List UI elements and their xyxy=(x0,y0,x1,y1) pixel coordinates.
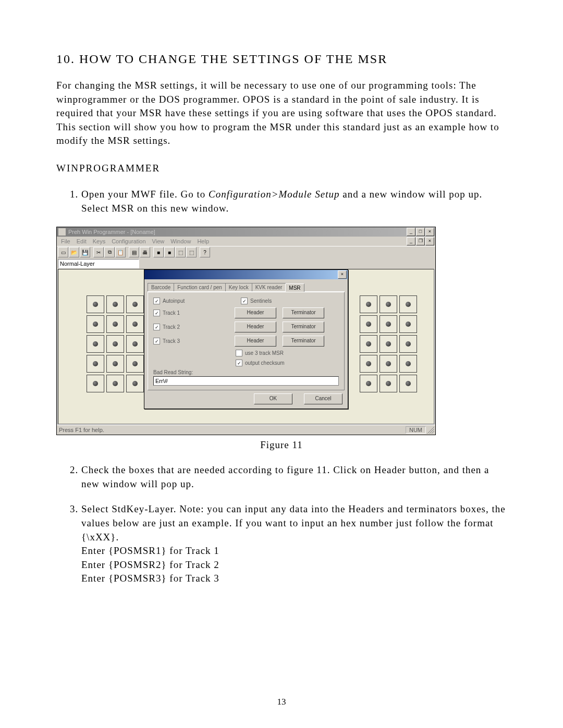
key[interactable] xyxy=(87,295,104,313)
menu-window[interactable]: Window xyxy=(167,238,194,244)
tab-strip: Barcode Function card / pen Key lock KVK… xyxy=(148,281,345,292)
key[interactable] xyxy=(87,335,104,353)
resize-grip-icon[interactable] xyxy=(427,426,434,434)
toolbar-paste-icon[interactable]: 📋 xyxy=(115,247,126,257)
key[interactable] xyxy=(380,295,397,313)
tab-key-lock[interactable]: Key lock xyxy=(225,283,252,291)
key[interactable] xyxy=(126,355,144,373)
track2-header-button[interactable]: Header xyxy=(235,322,276,332)
key[interactable] xyxy=(399,355,417,373)
document-page: 10. HOW TO CHANGE THE SETTINGS OF THE MS… xyxy=(0,0,563,728)
intro-paragraph: For changing the MSR settings, it will b… xyxy=(56,79,507,148)
tab-kvk-reader[interactable]: KVK reader xyxy=(252,283,286,291)
menu-edit[interactable]: Edit xyxy=(74,238,90,244)
toolbar-btn-12[interactable]: ⬚ xyxy=(186,247,197,257)
track1-header-button[interactable]: Header xyxy=(235,307,276,318)
window-title: Preh Win Programmer - [Noname] xyxy=(68,229,407,235)
toolbar-save-icon[interactable]: 💾 xyxy=(80,247,90,257)
step3-text: Select StdKey-Layer. Note: you can input… xyxy=(81,503,506,542)
figure-caption: Figure 11 xyxy=(56,439,507,451)
mdi-close-button[interactable]: × xyxy=(425,237,434,245)
tab-function-card[interactable]: Function card / pen xyxy=(174,283,226,291)
track2-terminator-button[interactable]: Terminator xyxy=(283,322,324,332)
key[interactable] xyxy=(106,295,124,313)
autoinput-checkbox[interactable]: ✓ xyxy=(153,298,160,304)
track2-checkbox[interactable]: ✓ xyxy=(153,324,160,330)
toolbar-btn-10[interactable]: ■ xyxy=(164,247,175,257)
close-button[interactable]: × xyxy=(425,228,434,236)
workspace: × Barcode Function card / pen Key lock K… xyxy=(58,269,434,424)
track1-terminator-button[interactable]: Terminator xyxy=(283,307,324,318)
menu-configuration[interactable]: Configuration xyxy=(108,238,149,244)
toolbar-copy-icon[interactable]: ⧉ xyxy=(104,247,115,257)
key[interactable] xyxy=(380,355,397,373)
tab-msr[interactable]: MSR xyxy=(285,283,304,292)
use-3-track-checkbox[interactable] xyxy=(236,350,242,356)
key[interactable] xyxy=(399,295,417,313)
key[interactable] xyxy=(360,315,377,333)
module-setup-dialog: × Barcode Function card / pen Key lock K… xyxy=(144,269,348,409)
step-1: Open your MWF file. Go to Configuration>… xyxy=(81,188,507,215)
key[interactable] xyxy=(360,335,377,353)
bad-read-input[interactable] xyxy=(153,376,339,386)
key[interactable] xyxy=(106,335,124,353)
layer-row xyxy=(57,258,435,269)
menu-keys[interactable]: Keys xyxy=(90,238,108,244)
key[interactable] xyxy=(380,335,397,353)
tab-barcode[interactable]: Barcode xyxy=(148,283,174,291)
track3-terminator-button[interactable]: Terminator xyxy=(283,336,324,347)
page-number: 13 xyxy=(0,697,563,707)
key[interactable] xyxy=(106,355,124,373)
toolbar-open-icon[interactable]: 📂 xyxy=(69,247,79,257)
key[interactable] xyxy=(87,375,104,392)
output-checksum-checkbox[interactable]: ✓ xyxy=(236,360,242,366)
menu-help[interactable]: Help xyxy=(194,238,212,244)
track1-checkbox[interactable]: ✓ xyxy=(153,310,160,316)
track3-header-button[interactable]: Header xyxy=(235,336,276,347)
key[interactable] xyxy=(126,335,144,353)
toolbar-new-icon[interactable]: ▭ xyxy=(58,247,68,257)
key[interactable] xyxy=(87,315,104,333)
sentinels-checkbox[interactable]: ✓ xyxy=(241,298,248,304)
toolbar-btn-9[interactable]: ■ xyxy=(153,247,164,257)
key[interactable] xyxy=(126,295,144,313)
status-text: Press F1 for help. xyxy=(59,427,104,433)
key[interactable] xyxy=(360,355,377,373)
autoinput-label: Autoinput xyxy=(163,298,210,304)
app-window: Preh Win Programmer - [Noname] _ □ × Fil… xyxy=(56,227,436,435)
dialog-close-button[interactable]: × xyxy=(338,270,347,279)
steps-list: Open your MWF file. Go to Configuration>… xyxy=(56,188,507,215)
key[interactable] xyxy=(106,375,124,392)
toolbar-btn-7[interactable]: ▤ xyxy=(129,247,139,257)
toolbar-cut-icon[interactable]: ✂ xyxy=(93,247,104,257)
ok-button[interactable]: OK xyxy=(254,393,292,404)
key[interactable] xyxy=(399,375,417,392)
key[interactable] xyxy=(87,355,104,373)
cancel-button[interactable]: Cancel xyxy=(304,393,342,404)
subheading: WINPROGRAMMER xyxy=(56,163,507,174)
toolbar-btn-11[interactable]: ⬚ xyxy=(175,247,186,257)
key[interactable] xyxy=(126,375,144,392)
menu-view[interactable]: View xyxy=(149,238,168,244)
maximize-button[interactable]: □ xyxy=(416,228,425,236)
key[interactable] xyxy=(399,315,417,333)
step3-line2: Enter {POSMSR2} for Track 2 xyxy=(81,559,219,570)
key[interactable] xyxy=(106,315,124,333)
key[interactable] xyxy=(360,375,377,392)
key[interactable] xyxy=(399,335,417,353)
key[interactable] xyxy=(360,295,377,313)
toolbar-help-icon[interactable]: ? xyxy=(200,247,210,257)
step1-text-a: Open your MWF file. Go to xyxy=(81,189,209,200)
toolbar-print-icon[interactable]: 🖶 xyxy=(140,247,150,257)
menu-file[interactable]: File xyxy=(58,238,74,244)
key[interactable] xyxy=(380,315,397,333)
figure-11: Preh Win Programmer - [Noname] _ □ × Fil… xyxy=(56,227,507,451)
minimize-button[interactable]: _ xyxy=(407,228,415,236)
mdi-restore-button[interactable]: ❐ xyxy=(416,237,425,245)
key[interactable] xyxy=(126,315,144,333)
track2-label: Track 2 xyxy=(163,324,210,330)
layer-input[interactable] xyxy=(58,259,139,268)
key[interactable] xyxy=(380,375,397,392)
mdi-minimize-button[interactable]: _ xyxy=(407,237,415,245)
track3-checkbox[interactable]: ✓ xyxy=(153,338,160,344)
